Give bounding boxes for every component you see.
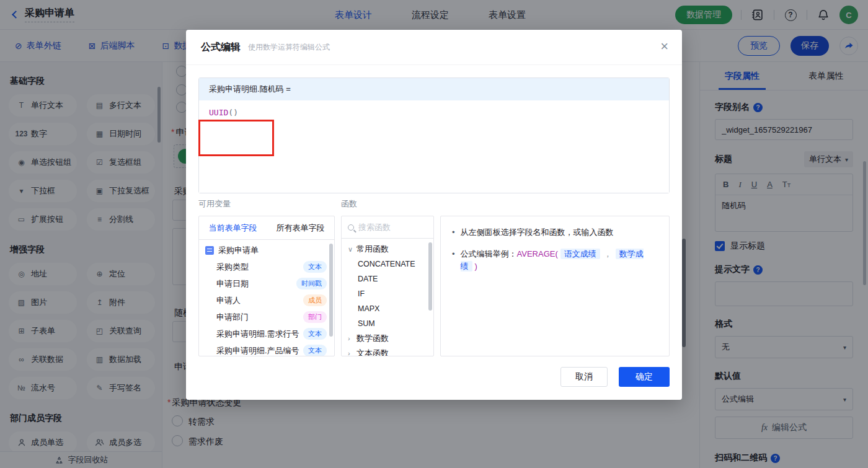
form-doc-icon	[205, 246, 214, 255]
formula-hint-panel: • 从左侧面板选择字段名和函数，或输入函数 • 公式编辑举例：AVERAGE(语…	[440, 216, 670, 356]
tab-current-form-fields[interactable]: 当前表单字段	[199, 223, 267, 234]
variables-scrollbar[interactable]	[329, 244, 333, 337]
formula-code-area[interactable]: UUID()	[199, 100, 669, 193]
type-tag: 文本	[303, 261, 327, 273]
function-group-text[interactable]: ›文本函数	[342, 346, 433, 356]
formula-editor: 采购申请明细.随机码 = UUID()	[198, 77, 670, 193]
modal-header: 公式编辑 使用数学运算符编辑公式 ×	[186, 30, 682, 65]
search-icon	[348, 224, 354, 231]
variable-field[interactable]: 采购类型文本	[199, 258, 334, 275]
formula-target: 采购申请明细.随机码 =	[199, 78, 669, 100]
function-search	[342, 216, 433, 239]
functions-panel: ∨常用函数 CONCATENATE DATE IF MAPX SUM ›数学函数…	[341, 216, 434, 356]
formula-example: 公式编辑举例：AVERAGE(语文成绩，数学成绩)	[461, 248, 658, 273]
formula-function-name: UUID	[209, 108, 228, 117]
function-group-common[interactable]: ∨常用函数	[342, 242, 433, 257]
confirm-button[interactable]: 确定	[619, 367, 670, 387]
type-tag: 时间戳	[296, 278, 327, 289]
function-item[interactable]: MAPX	[342, 301, 433, 316]
modal-title: 公式编辑	[201, 41, 241, 54]
functions-scrollbar[interactable]	[428, 242, 432, 311]
cancel-button[interactable]: 取消	[560, 367, 608, 387]
close-icon[interactable]: ×	[660, 40, 668, 53]
function-search-input[interactable]	[358, 223, 427, 232]
function-item[interactable]: DATE	[342, 272, 433, 286]
modal-footer: 取消 确定	[560, 367, 670, 387]
type-tag: 成员	[303, 294, 327, 306]
variables-section-label: 可用变量	[198, 198, 231, 210]
functions-section-label: 函数	[341, 198, 357, 210]
type-tag: 文本	[303, 328, 327, 340]
tab-all-form-fields[interactable]: 所有表单字段	[267, 223, 334, 234]
example-field-chip: 语文成绩	[560, 249, 600, 259]
variables-panel: 当前表单字段 所有表单字段 采购申请单 采购类型文本 申请日期时间戳 申请人成员…	[198, 216, 335, 356]
function-item[interactable]: SUM	[342, 316, 433, 331]
hint-line-1: • 从左侧面板选择字段名和函数，或输入函数	[452, 226, 658, 239]
variable-field[interactable]: 采购申请明细.产品编号文本	[199, 342, 334, 356]
annotation-highlight-box	[198, 120, 274, 156]
chevron-right-icon: ›	[348, 350, 356, 356]
function-group-math[interactable]: ›数学函数	[342, 331, 433, 346]
variable-field[interactable]: 申请人成员	[199, 292, 334, 309]
variables-tabs: 当前表单字段 所有表单字段	[199, 216, 334, 240]
variable-field[interactable]: 申请部门部门	[199, 309, 334, 325]
type-tag: 文本	[303, 345, 327, 356]
chevron-down-icon: ∨	[348, 245, 356, 254]
type-tag: 部门	[303, 311, 327, 323]
chevron-right-icon: ›	[348, 335, 356, 342]
formula-edit-modal: 公式编辑 使用数学运算符编辑公式 × 采购申请明细.随机码 = UUID() 可…	[186, 30, 682, 400]
variables-tree: 采购申请单 采购类型文本 申请日期时间戳 申请人成员 申请部门部门 采购申请明细…	[199, 240, 334, 356]
modal-subtitle: 使用数学运算符编辑公式	[248, 42, 330, 53]
functions-tree: ∨常用函数 CONCATENATE DATE IF MAPX SUM ›数学函数…	[342, 239, 433, 356]
variable-field[interactable]: 申请日期时间戳	[199, 275, 334, 292]
function-item[interactable]: IF	[342, 286, 433, 301]
hint-line-2: • 公式编辑举例：AVERAGE(语文成绩，数学成绩)	[452, 248, 658, 273]
bullet-icon: •	[452, 248, 455, 273]
tree-root-form[interactable]: 采购申请单	[199, 242, 334, 258]
variable-field[interactable]: 采购申请明细.需求行号文本	[199, 325, 334, 342]
bullet-icon: •	[452, 226, 455, 239]
function-item[interactable]: CONCATENATE	[342, 257, 433, 272]
